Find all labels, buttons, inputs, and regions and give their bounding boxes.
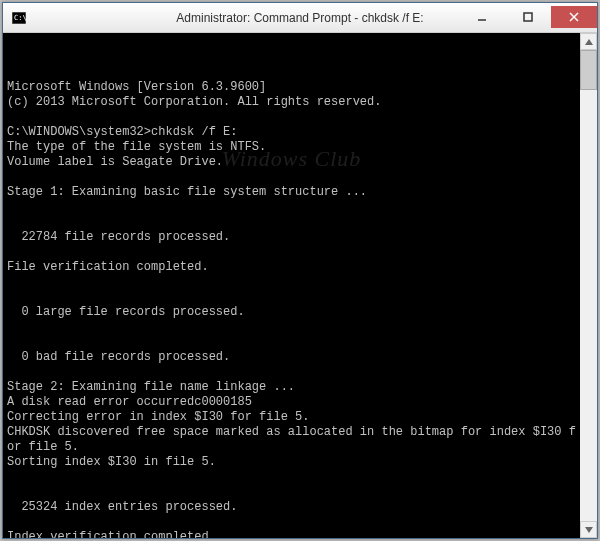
console-line xyxy=(7,365,576,380)
scroll-down-button[interactable] xyxy=(580,521,597,538)
scroll-up-button[interactable] xyxy=(580,33,597,50)
console-line xyxy=(7,200,576,215)
titlebar[interactable]: C:\ Administrator: Command Prompt - chkd… xyxy=(3,3,597,33)
command-prompt-window: C:\ Administrator: Command Prompt - chkd… xyxy=(2,2,598,539)
console-line xyxy=(7,245,576,260)
console-line: Volume label is Seagate Drive. xyxy=(7,155,576,170)
console-line: A disk read error occurredc0000185 xyxy=(7,395,576,410)
console-line: File verification completed. xyxy=(7,260,576,275)
console-area: Windows Club Microsoft Windows [Version … xyxy=(3,33,597,538)
console-line xyxy=(7,290,576,305)
console-line: Stage 2: Examining file name linkage ... xyxy=(7,380,576,395)
console-line xyxy=(7,110,576,125)
vertical-scrollbar[interactable] xyxy=(580,33,597,538)
console-line: Correcting error in index $I30 for file … xyxy=(7,410,576,425)
svg-rect-3 xyxy=(524,13,532,21)
console-line xyxy=(7,215,576,230)
scrollbar-thumb[interactable] xyxy=(580,50,597,90)
console-line xyxy=(7,515,576,530)
console-line: 22784 file records processed. xyxy=(7,230,576,245)
console-line: 0 large file records processed. xyxy=(7,305,576,320)
cmd-icon: C:\ xyxy=(11,10,27,26)
console-line: C:\WINDOWS\system32>chkdsk /f E: xyxy=(7,125,576,140)
console-line xyxy=(7,470,576,485)
console-line: 25324 index entries processed. xyxy=(7,500,576,515)
maximize-button[interactable] xyxy=(505,6,551,28)
console-line xyxy=(7,335,576,350)
console-line xyxy=(7,485,576,500)
console-line: Sorting index $I30 in file 5. xyxy=(7,455,576,470)
console-line xyxy=(7,320,576,335)
console-line: Stage 1: Examining basic file system str… xyxy=(7,185,576,200)
console-line: The type of the file system is NTFS. xyxy=(7,140,576,155)
svg-text:C:\: C:\ xyxy=(14,14,26,22)
window-controls xyxy=(459,7,597,28)
minimize-button[interactable] xyxy=(459,6,505,28)
console-output[interactable]: Windows Club Microsoft Windows [Version … xyxy=(3,33,580,538)
svg-marker-7 xyxy=(585,527,593,533)
console-line: 0 bad file records processed. xyxy=(7,350,576,365)
console-line: CHKDSK discovered free space marked as a… xyxy=(7,425,576,455)
console-line: (c) 2013 Microsoft Corporation. All righ… xyxy=(7,95,576,110)
console-line: Microsoft Windows [Version 6.3.9600] xyxy=(7,80,576,95)
console-line xyxy=(7,170,576,185)
close-button[interactable] xyxy=(551,6,597,28)
console-line xyxy=(7,275,576,290)
scrollbar-track[interactable] xyxy=(580,50,597,521)
svg-marker-6 xyxy=(585,39,593,45)
console-line: Index verification completed. xyxy=(7,530,576,538)
